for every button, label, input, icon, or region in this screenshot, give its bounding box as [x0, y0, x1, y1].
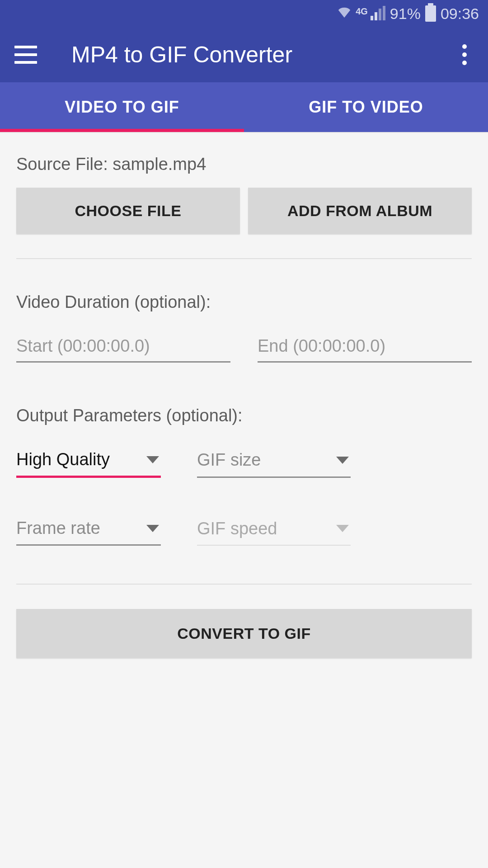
chevron-down-icon	[336, 525, 349, 532]
start-time-input[interactable]	[16, 334, 230, 363]
frame-rate-dropdown-placeholder: Frame rate	[16, 519, 100, 538]
gif-size-dropdown[interactable]: GIF size	[197, 447, 351, 478]
chevron-down-icon	[146, 525, 159, 532]
battery-icon	[425, 5, 436, 22]
source-file-label: Source File: sample.mp4	[16, 133, 472, 188]
main-content: Source File: sample.mp4 CHOOSE FILE ADD …	[0, 133, 488, 868]
quality-dropdown-value: High Quality	[16, 450, 110, 469]
overflow-menu-icon[interactable]	[455, 44, 474, 65]
choose-file-button[interactable]: CHOOSE FILE	[16, 188, 240, 234]
gif-size-dropdown-placeholder: GIF size	[197, 450, 261, 470]
chevron-down-icon	[146, 456, 159, 463]
gif-speed-dropdown-placeholder: GIF speed	[197, 519, 277, 538]
tab-bar: VIDEO TO GIF GIF TO VIDEO	[0, 82, 488, 132]
quality-dropdown[interactable]: High Quality	[16, 447, 161, 478]
menu-icon[interactable]	[14, 46, 37, 64]
clock: 09:36	[441, 5, 479, 23]
network-type-label: 4G	[356, 6, 368, 17]
output-params-label: Output Parameters (optional):	[16, 363, 472, 447]
convert-button[interactable]: CONVERT TO GIF	[16, 609, 472, 658]
signal-icon	[371, 7, 385, 20]
battery-percent: 91%	[390, 5, 421, 23]
chevron-down-icon	[336, 457, 349, 464]
app-bar: MP4 to GIF Converter	[0, 27, 488, 82]
tab-video-to-gif[interactable]: VIDEO TO GIF	[0, 82, 244, 132]
end-time-input[interactable]	[258, 334, 472, 363]
divider	[16, 584, 472, 585]
wifi-icon	[338, 6, 351, 21]
gif-speed-dropdown[interactable]: GIF speed	[197, 516, 351, 546]
frame-rate-dropdown[interactable]: Frame rate	[16, 516, 161, 546]
duration-label: Video Duration (optional):	[16, 259, 472, 334]
tab-gif-to-video[interactable]: GIF TO VIDEO	[244, 82, 488, 132]
app-title: MP4 to GIF Converter	[71, 42, 421, 68]
status-bar: 4G 91% 09:36	[0, 0, 488, 27]
add-from-album-button[interactable]: ADD FROM ALBUM	[248, 188, 472, 234]
